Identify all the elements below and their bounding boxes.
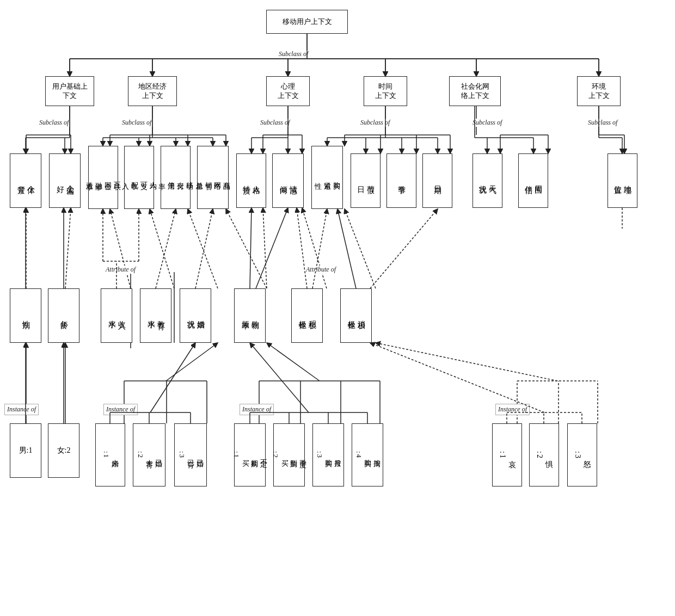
svg-line-112 xyxy=(297,208,307,288)
node-negative-polarity: 消极极性 xyxy=(340,288,372,343)
node-psych-label: 心理上下文 xyxy=(278,82,299,101)
node-purchase-urgency: 购买紧迫性 xyxy=(311,146,343,209)
node-internet-fin: 互联网金融渗透率 xyxy=(88,146,118,209)
node-env-label: 环境上下文 xyxy=(588,82,610,101)
instance-of-label-1: Instance of xyxy=(4,404,39,415)
subclass-label-2: Subclass of xyxy=(121,119,152,127)
node-user-basic: 用户基础上下文 xyxy=(45,76,94,106)
node-edu-level: 教育水平 xyxy=(140,288,171,343)
node-age: 年龄 xyxy=(48,288,79,343)
node-female: 女:2 xyxy=(48,423,79,478)
node-emotion-tend: 情感倾向 xyxy=(272,153,304,208)
svg-line-110 xyxy=(250,208,251,288)
node-region-econ: 地区经济上下文 xyxy=(128,76,177,106)
node-married-no-child: 已婚未育:2 xyxy=(133,423,165,486)
diagram: 移动用户上下文 Subclass of 用户基础上下文 地区经济上下文 心理上下… xyxy=(0,0,675,616)
node-sorrow: 哀:1 xyxy=(492,423,522,486)
node-personality: 人格特质 xyxy=(236,153,266,208)
subclass-of-label-main: Subclass of xyxy=(278,50,309,58)
svg-line-113 xyxy=(312,209,327,288)
instance-of-label-4: Instance of xyxy=(495,404,530,415)
svg-line-39 xyxy=(150,209,174,288)
svg-line-114 xyxy=(338,209,356,288)
instance-of-label-2: Instance of xyxy=(103,404,138,415)
node-anger: 怒:3 xyxy=(567,423,597,486)
node-monthly-buy: 按月购买:3 xyxy=(312,423,344,486)
svg-line-111 xyxy=(256,208,288,288)
node-marital-status: 婚姻状况 xyxy=(180,288,211,343)
node-individual-bg: 个体背景 xyxy=(10,153,41,208)
svg-line-109 xyxy=(195,209,213,288)
svg-line-57 xyxy=(267,343,320,381)
node-companion: 周围伴侣 xyxy=(518,153,548,208)
node-social: 社会化网络上下文 xyxy=(449,76,501,106)
svg-line-37 xyxy=(65,208,71,288)
node-psych: 心理上下文 xyxy=(266,76,310,106)
node-fear: 惧:2 xyxy=(529,423,559,486)
node-gender: 性别 xyxy=(10,288,41,343)
root-node: 移动用户上下文 xyxy=(266,10,348,34)
node-season: 季节 xyxy=(386,153,416,208)
subclass-label-1: Subclass of xyxy=(38,119,70,127)
node-mobile-pay: 移动支付使用率 xyxy=(161,146,191,209)
attribute-of-label-2: Attribute of xyxy=(305,266,337,274)
node-time: 时间上下文 xyxy=(364,76,407,106)
node-personal-pref: 个人偏好 xyxy=(49,153,81,208)
svg-line-122 xyxy=(150,343,195,412)
svg-line-51 xyxy=(166,343,218,381)
svg-line-108 xyxy=(156,209,176,288)
node-married-child: 已婚已育:3 xyxy=(174,423,207,486)
node-holiday: 节假日 xyxy=(351,153,381,208)
instance-of-label-3: Instance of xyxy=(240,404,274,415)
attribute-of-label-1: Attribute of xyxy=(105,266,137,274)
subclass-label-3: Subclass of xyxy=(259,119,291,127)
node-positive-polarity: 积极极性 xyxy=(291,288,323,343)
svg-line-128 xyxy=(250,343,309,412)
node-irregular-buy: 不定期购买:1 xyxy=(234,423,266,486)
svg-line-43 xyxy=(302,208,327,288)
node-geo-location: 地理位置 xyxy=(608,153,637,208)
svg-line-115 xyxy=(370,209,438,288)
svg-line-42 xyxy=(263,208,267,288)
svg-line-44 xyxy=(345,209,376,288)
subclass-label-5: Subclass of xyxy=(471,119,503,127)
svg-line-41 xyxy=(226,209,267,288)
node-date: 日期 xyxy=(422,153,452,208)
node-region-econ-label: 地区经济上下文 xyxy=(138,82,167,101)
node-per-capita: 人均可支配收入 xyxy=(124,146,154,209)
node-online-sales: 商品网络销售总量 xyxy=(197,146,229,209)
svg-line-133 xyxy=(370,343,544,412)
node-male: 男:1 xyxy=(10,423,41,478)
node-social-label: 社会化网络上下文 xyxy=(461,82,489,101)
subclass-label-6: Subclass of xyxy=(587,119,618,127)
svg-line-62 xyxy=(376,343,557,381)
node-weather: 天气状况 xyxy=(472,153,502,208)
node-time-label: 时间上下文 xyxy=(375,82,396,101)
node-env: 环境上下文 xyxy=(577,76,621,106)
svg-line-38 xyxy=(110,209,131,288)
node-weekly-buy: 按周购买:4 xyxy=(352,423,383,486)
subclass-label-4: Subclass of xyxy=(359,119,391,127)
node-income-level: 收入水平 xyxy=(101,288,132,343)
node-unmarried: 未婚:1 xyxy=(95,423,125,486)
root-label: 移动用户上下文 xyxy=(283,17,332,27)
svg-line-40 xyxy=(188,209,218,288)
node-purchase-freq: 购物频率 xyxy=(234,288,266,343)
node-seasonal-buy: 季度型购买:2 xyxy=(273,423,305,486)
node-user-basic-label: 用户基础上下文 xyxy=(52,82,88,101)
